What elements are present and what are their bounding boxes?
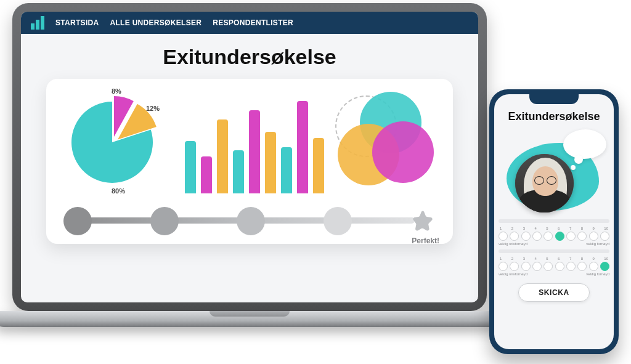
nav-link-surveys[interactable]: ALLE UNDERSØKELSER [110, 18, 202, 27]
scale-anchor-labels: veldig misfornøydveldig fornøyd [499, 242, 609, 246]
scale-dot[interactable] [555, 232, 564, 241]
scale-dot[interactable] [543, 232, 553, 241]
scale-numbers: 12345678910 [499, 227, 609, 232]
charts-row: 8% 12% 80% [60, 89, 439, 193]
rating-dot[interactable] [324, 207, 352, 235]
question-bar [499, 219, 609, 223]
scale-dot[interactable] [510, 262, 519, 271]
rating-dot[interactable] [237, 207, 265, 235]
bar [313, 138, 324, 193]
logo-icon[interactable] [31, 16, 44, 30]
pie-label-8: 8% [112, 87, 121, 95]
laptop-screen: STARTSIDA ALLE UNDERSØKELSER RESPONDENTL… [21, 12, 478, 302]
scale-dot[interactable] [499, 232, 508, 241]
bar [233, 150, 244, 193]
venn-chart [332, 92, 439, 190]
perfekt-label: Perfekt! [412, 237, 439, 245]
top-nav: STARTSIDA ALLE UNDERSØKELSER RESPONDENTL… [21, 12, 478, 34]
phone-notch [529, 94, 579, 104]
scale-dot[interactable] [577, 262, 587, 271]
phone-hero [502, 129, 606, 216]
scale-dots [499, 262, 609, 271]
scale-dot[interactable] [600, 232, 609, 241]
laptop-bezel: STARTSIDA ALLE UNDERSØKELSER RESPONDENTL… [12, 3, 487, 311]
bar [185, 141, 196, 193]
dashboard-card: 8% 12% 80% [46, 79, 453, 244]
avatar [515, 154, 574, 212]
bar-chart [185, 89, 324, 193]
scale-dot[interactable] [600, 262, 609, 271]
laptop-mockup: STARTSIDA ALLE UNDERSØKELSER RESPONDENTL… [12, 3, 487, 348]
scale-dot[interactable] [510, 232, 519, 241]
rating-dot[interactable] [63, 207, 92, 235]
scale-dots [499, 232, 609, 241]
pie-label-12: 12% [146, 105, 160, 112]
question-bar [499, 249, 609, 253]
scale-dot[interactable] [577, 232, 587, 241]
star-icon[interactable] [410, 208, 436, 234]
scale-dot[interactable] [532, 232, 542, 241]
phone-mockup: Exitundersøkelse 12345678910veldig misfo… [489, 89, 619, 354]
scale-dot[interactable] [521, 262, 531, 271]
laptop-base [0, 311, 505, 327]
bar [281, 147, 292, 193]
venn-magenta [372, 121, 434, 183]
page-title: Exitundersøkelse [21, 45, 478, 69]
bar [265, 132, 276, 193]
scale-dot[interactable] [589, 262, 598, 271]
pie-label-80: 80% [112, 187, 125, 195]
rating-scale: Perfekt! [60, 207, 439, 235]
bar [249, 110, 260, 193]
pie-chart: 8% 12% 80% [60, 89, 177, 193]
scale-dot[interactable] [532, 262, 542, 271]
scale-dot[interactable] [566, 262, 576, 271]
bar [217, 119, 228, 193]
phone-screen: Exitundersøkelse 12345678910veldig misfo… [494, 94, 614, 349]
nav-link-respondents[interactable]: RESPONDENTLISTER [213, 18, 293, 27]
scale-dot[interactable] [499, 262, 508, 271]
bar [297, 101, 308, 193]
bar [201, 156, 212, 193]
thought-bubble-icon [563, 129, 606, 159]
scale-dot[interactable] [555, 262, 564, 271]
rating-question: 12345678910veldig misfornøydveldig fornø… [499, 219, 609, 246]
scale-dot[interactable] [566, 232, 576, 241]
scale-anchor-labels: veldig misfornøydveldig fornøyd [499, 272, 609, 276]
send-button[interactable]: SKICKA [518, 283, 590, 302]
rating-dot[interactable] [150, 207, 179, 235]
rating-question: 12345678910veldig misfornøydveldig fornø… [499, 249, 609, 276]
nav-link-start[interactable]: STARTSIDA [55, 18, 99, 27]
scale-numbers: 12345678910 [499, 257, 609, 262]
scale-dot[interactable] [521, 232, 531, 241]
phone-title: Exitundersøkelse [494, 110, 614, 123]
scale-dot[interactable] [543, 262, 553, 271]
scale-dot[interactable] [589, 232, 598, 241]
